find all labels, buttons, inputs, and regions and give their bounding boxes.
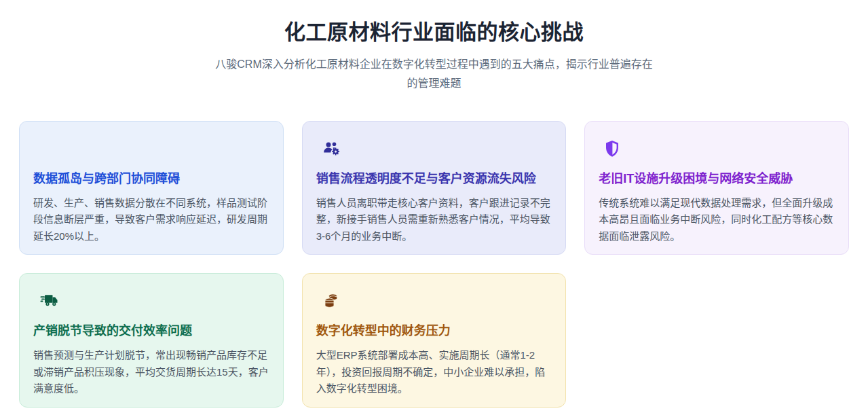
pain-card-financial-pressure: 数字化转型中的财务压力 大型ERP系统部署成本高、实施周期长（通常1-2年），投…: [302, 273, 567, 407]
page-subtitle: 八骏CRM深入分析化工原材料企业在数字化转型过程中遇到的五大痛点，揭示行业普遍存…: [215, 55, 653, 93]
users-gear-icon: [323, 141, 552, 157]
card-body: 研发、生产、销售数据分散在不同系统，样品测试阶段信息断层严重，导致客户需求响应延…: [33, 195, 269, 245]
card-title: 老旧IT设施升级困境与网络安全威胁: [599, 172, 835, 187]
card-body: 销售预测与生产计划脱节，常出现畅销产品库存不足或滞销产品积压现象，平均交货周期长…: [33, 347, 269, 397]
page-title: 化工原材料行业面临的核心挑战: [0, 15, 868, 46]
card-body: 传统系统难以满足现代数据处理需求，但全面升级成本高昂且面临业务中断风险，同时化工…: [599, 195, 835, 245]
truck-fast-icon: [40, 293, 269, 309]
section-header: 化工原材料行业面临的核心挑战 八骏CRM深入分析化工原材料企业在数字化转型过程中…: [0, 0, 868, 93]
pain-card-it-security: 老旧IT设施升级困境与网络安全威胁 传统系统难以满足现代数据处理需求，但全面升级…: [584, 121, 849, 255]
card-title: 产销脱节导致的交付效率问题: [33, 324, 269, 339]
pain-card-sales-transparency: 销售流程透明度不足与客户资源流失风险 销售人员离职带走核心客户资料，客户跟进记录…: [302, 121, 567, 255]
coins-icon: [323, 293, 552, 309]
card-title: 数据孤岛与跨部门协同障碍: [33, 172, 269, 187]
icon-placeholder: [40, 141, 269, 157]
pain-card-delivery-efficiency: 产销脱节导致的交付效率问题 销售预测与生产计划脱节，常出现畅销产品库存不足或滞销…: [19, 273, 284, 407]
shield-halved-icon: [605, 141, 835, 157]
pain-points-grid: 数据孤岛与跨部门协同障碍 研发、生产、销售数据分散在不同系统，样品测试阶段信息断…: [19, 121, 849, 408]
card-title: 销售流程透明度不足与客户资源流失风险: [316, 172, 552, 187]
pain-card-data-silo: 数据孤岛与跨部门协同障碍 研发、生产、销售数据分散在不同系统，样品测试阶段信息断…: [19, 121, 284, 255]
card-body: 大型ERP系统部署成本高、实施周期长（通常1-2年），投资回报周期不确定，中小企…: [316, 347, 552, 397]
card-body: 销售人员离职带走核心客户资料，客户跟进记录不完整，新接手销售人员需重新熟悉客户情…: [316, 195, 552, 245]
card-title: 数字化转型中的财务压力: [316, 324, 552, 339]
